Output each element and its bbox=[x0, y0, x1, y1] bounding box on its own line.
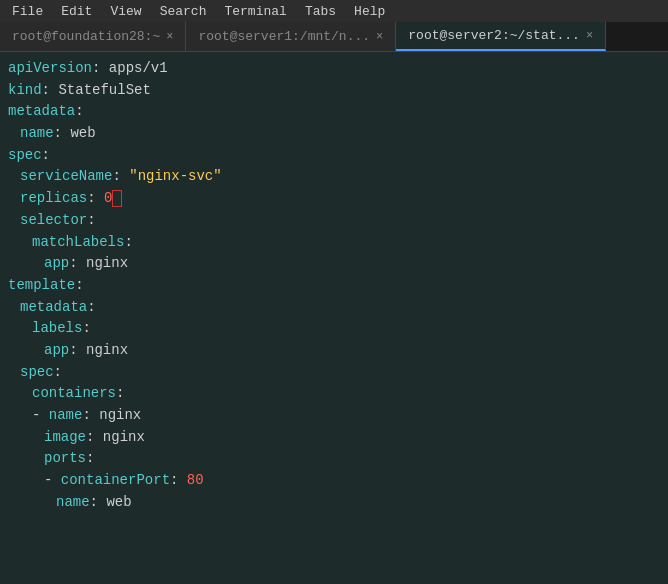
menu-edit[interactable]: Edit bbox=[53, 2, 100, 21]
menu-tabs[interactable]: Tabs bbox=[297, 2, 344, 21]
line-20: - containerPort: 80 bbox=[44, 470, 660, 492]
tab-server1[interactable]: root@server1:/mnt/n... × bbox=[186, 22, 396, 51]
line-10: app: nginx bbox=[44, 253, 660, 275]
close-tab-foundation[interactable]: × bbox=[166, 31, 173, 43]
close-tab-server2[interactable]: × bbox=[586, 30, 593, 42]
menu-search[interactable]: Search bbox=[152, 2, 215, 21]
tab-label-server2: root@server2:~/stat... bbox=[408, 28, 580, 43]
tab-foundation[interactable]: root@foundation28:~ × bbox=[0, 22, 186, 51]
line-7: replicas: 0 bbox=[20, 188, 660, 210]
line-5: spec: bbox=[8, 145, 660, 167]
tab-server2[interactable]: root@server2:~/stat... × bbox=[396, 22, 606, 51]
menu-terminal[interactable]: Terminal bbox=[216, 2, 294, 21]
line-1: apiVersion: apps/v1 bbox=[8, 58, 660, 80]
line-16: containers: bbox=[32, 383, 660, 405]
tab-label-server1: root@server1:/mnt/n... bbox=[198, 29, 370, 44]
close-tab-server1[interactable]: × bbox=[376, 31, 383, 43]
line-17: - name: nginx bbox=[32, 405, 660, 427]
terminal-content[interactable]: apiVersion: apps/v1 kind: StatefulSet me… bbox=[0, 52, 668, 584]
line-13: labels: bbox=[32, 318, 660, 340]
menu-file[interactable]: File bbox=[4, 2, 51, 21]
line-6: serviceName: "nginx-svc" bbox=[20, 166, 660, 188]
line-9: matchLabels: bbox=[32, 232, 660, 254]
menu-help[interactable]: Help bbox=[346, 2, 393, 21]
menu-view[interactable]: View bbox=[102, 2, 149, 21]
line-11: template: bbox=[8, 275, 660, 297]
line-8: selector: bbox=[20, 210, 660, 232]
line-3: metadata: bbox=[8, 101, 660, 123]
tabbar: root@foundation28:~ × root@server1:/mnt/… bbox=[0, 22, 668, 52]
line-14: app: nginx bbox=[44, 340, 660, 362]
line-4: name: web bbox=[20, 123, 660, 145]
line-19: ports: bbox=[44, 448, 660, 470]
tab-label-foundation: root@foundation28:~ bbox=[12, 29, 160, 44]
menubar: File Edit View Search Terminal Tabs Help bbox=[0, 0, 668, 22]
line-18: image: nginx bbox=[44, 427, 660, 449]
line-21: name: web bbox=[56, 492, 660, 514]
line-2: kind: StatefulSet bbox=[8, 80, 660, 102]
text-cursor bbox=[112, 190, 122, 207]
line-15: spec: bbox=[20, 362, 660, 384]
line-12: metadata: bbox=[20, 297, 660, 319]
